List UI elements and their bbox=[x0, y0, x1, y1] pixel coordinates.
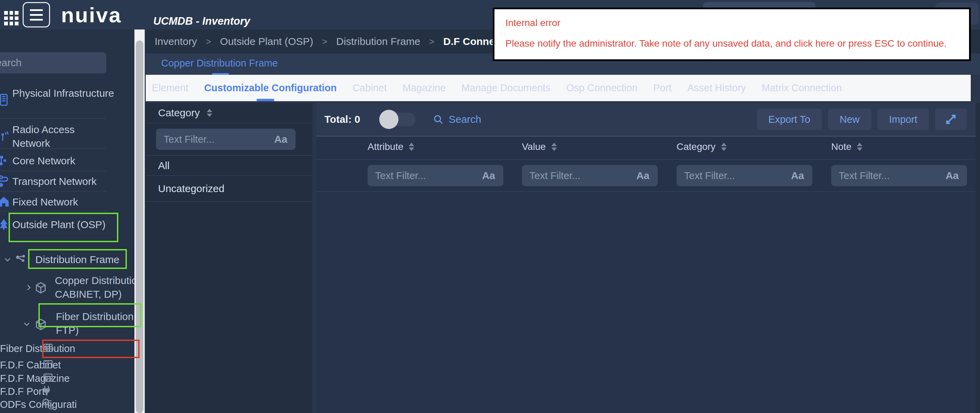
expand-button[interactable] bbox=[935, 109, 967, 130]
breadcrumb-item-outside-plant[interactable]: Outside Plant (OSP) bbox=[220, 36, 313, 47]
attributes-table-panel: Total: 0 Search Export To New Import Att… bbox=[316, 103, 975, 413]
export-to-button[interactable]: Export To bbox=[757, 109, 822, 130]
error-title: Internal error bbox=[506, 18, 962, 29]
divider bbox=[0, 148, 106, 148]
tab-matrix-connection[interactable]: Matrix Connection bbox=[762, 82, 842, 94]
tab-customizable-configuration[interactable]: Customizable Configuration bbox=[204, 82, 337, 94]
divider bbox=[0, 191, 106, 192]
case-sensitive-toggle[interactable]: Aa bbox=[274, 134, 287, 145]
nodes-icon bbox=[0, 154, 10, 167]
column-label: Category bbox=[676, 141, 716, 152]
column-label: Note bbox=[831, 141, 851, 152]
column-header-value[interactable]: Value bbox=[522, 141, 557, 152]
gears-icon: ⚙⚙ bbox=[42, 398, 56, 411]
search-button[interactable]: Search bbox=[433, 113, 481, 125]
breadcrumb-item-distribution-frame[interactable]: Distribution Frame bbox=[336, 36, 420, 47]
breadcrumb-separator: > bbox=[206, 37, 211, 47]
tree-leaf-fdf-cabinet[interactable]: F.D.F Cabinet bbox=[0, 359, 134, 371]
category-panel: Category Aa All Uncategorized bbox=[146, 103, 312, 413]
case-sensitive-toggle[interactable]: Aa bbox=[946, 170, 959, 182]
error-message[interactable]: Please notify the administrator. Take no… bbox=[506, 38, 962, 49]
case-sensitive-toggle[interactable]: Aa bbox=[791, 170, 804, 182]
column-header-category[interactable]: Category bbox=[676, 141, 727, 152]
category-header-label: Category bbox=[158, 107, 200, 119]
home-icon bbox=[0, 195, 10, 208]
tab-cabinet[interactable]: Cabinet bbox=[353, 82, 387, 94]
right-edge-strip bbox=[975, 103, 980, 413]
cube-icon bbox=[34, 281, 47, 294]
annotation-box-distribution-frame bbox=[28, 249, 127, 269]
category-item-label: All bbox=[158, 160, 169, 172]
toolbar-actions: Export To New Import bbox=[757, 109, 967, 130]
tree-leaf-fdf-magazine[interactable]: F.D.F Magazine bbox=[0, 372, 134, 384]
tab-active-indicator bbox=[256, 99, 274, 101]
chevron-down-icon bbox=[22, 319, 32, 329]
search-icon bbox=[433, 114, 444, 125]
column-label: Attribute bbox=[368, 141, 403, 152]
error-dialog[interactable]: Internal error Please notify the adminis… bbox=[493, 8, 971, 61]
divider bbox=[0, 171, 106, 171]
divider bbox=[0, 118, 106, 119]
sort-icon[interactable] bbox=[721, 143, 727, 151]
hamburger-menu-button[interactable] bbox=[22, 2, 50, 27]
sidebar-item-label: Transport Network bbox=[12, 175, 115, 188]
tree-leaf-fdf-port[interactable]: F.D.F Port bbox=[0, 385, 134, 397]
cabinet-icon bbox=[43, 359, 54, 370]
case-sensitive-toggle[interactable]: Aa bbox=[636, 170, 649, 182]
hamburger-icon bbox=[30, 9, 43, 11]
table-body-empty bbox=[316, 192, 975, 413]
chevron-right-icon bbox=[24, 283, 33, 292]
category-item-all[interactable]: All bbox=[146, 156, 312, 175]
annotation-box-fiber-distribution-leaf bbox=[42, 340, 140, 358]
section-tab-copper-distribution-frame[interactable]: Copper Distribution Frame bbox=[161, 57, 278, 69]
app-grid-icon[interactable] bbox=[4, 11, 19, 26]
import-button[interactable]: Import bbox=[878, 109, 929, 130]
tree-leaf-label: F.D.F Magazine bbox=[0, 372, 82, 384]
annotation-box-outside-plant bbox=[9, 213, 118, 242]
sort-icon[interactable] bbox=[857, 143, 862, 151]
sort-icon[interactable] bbox=[551, 143, 557, 151]
column-label: Value bbox=[522, 141, 546, 152]
magazine-icon bbox=[43, 372, 54, 383]
table-filter-row: Aa Aa Aa Aa bbox=[316, 159, 975, 192]
category-filter-row: Aa bbox=[146, 123, 312, 156]
sidebar-item-label: Radio Access Network bbox=[12, 123, 115, 150]
expand-icon bbox=[943, 112, 959, 127]
annotation-box-fiber-distribution-frame bbox=[38, 303, 141, 327]
sort-icon[interactable] bbox=[409, 143, 414, 151]
tree-leaf-odfs-configuration[interactable]: ⚙⚙ ODFs Configurati bbox=[0, 398, 134, 411]
category-panel-header[interactable]: Category bbox=[146, 103, 312, 123]
sidebar-item-label: Fixed Network bbox=[12, 195, 115, 209]
sidebar-item-label: Physical Infrastructure bbox=[12, 86, 115, 100]
column-header-note[interactable]: Note bbox=[831, 141, 862, 152]
chevron-down-icon bbox=[3, 255, 12, 265]
case-sensitive-toggle[interactable]: Aa bbox=[482, 170, 495, 182]
breadcrumb-separator: > bbox=[429, 37, 434, 47]
tab-osp-connection[interactable]: Osp Connection bbox=[566, 82, 638, 94]
search-label: Search bbox=[449, 113, 481, 125]
divider bbox=[0, 211, 106, 211]
category-item-label: Uncategorized bbox=[158, 183, 224, 195]
building-icon bbox=[0, 93, 10, 106]
route-icon bbox=[0, 175, 10, 188]
total-count-label: Total: 0 bbox=[325, 113, 360, 125]
sidebar-search-input[interactable] bbox=[0, 52, 106, 73]
table-header-row: Attribute Value Category Note bbox=[316, 137, 975, 159]
page-title: UCMDB - Inventory bbox=[153, 15, 250, 27]
breadcrumb-item-inventory[interactable]: Inventory bbox=[154, 36, 197, 47]
category-item-uncategorized[interactable]: Uncategorized bbox=[146, 175, 312, 202]
new-button[interactable]: New bbox=[828, 109, 871, 130]
column-header-attribute[interactable]: Attribute bbox=[368, 141, 414, 152]
tab-magazine[interactable]: Magazine bbox=[402, 82, 446, 94]
sort-icon[interactable] bbox=[207, 109, 212, 117]
tab-manage-documents[interactable]: Manage Documents bbox=[461, 82, 551, 94]
tab-port[interactable]: Port bbox=[653, 82, 671, 94]
tab-bar: Element Customizable Configuration Cabin… bbox=[146, 75, 971, 101]
table-toolbar: Total: 0 Search Export To New Import bbox=[316, 103, 975, 137]
tab-asset-history[interactable]: Asset History bbox=[687, 82, 746, 94]
filter-toggle-switch[interactable] bbox=[381, 113, 415, 126]
antenna-icon bbox=[0, 130, 10, 143]
tree-leaf-label: F.D.F Cabinet bbox=[0, 359, 82, 371]
plug-icon bbox=[41, 385, 52, 396]
tab-element[interactable]: Element bbox=[152, 82, 188, 94]
